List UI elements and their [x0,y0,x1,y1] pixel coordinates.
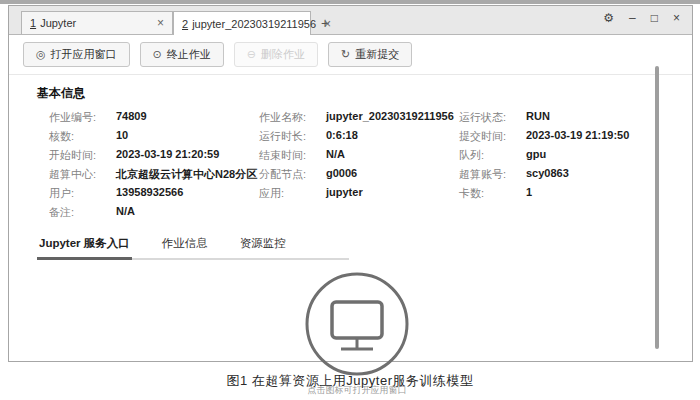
info-field: 核数: 10 [49,129,259,148]
open-app-window-icon: ◎ [36,49,46,60]
detail-tabs: Jupyter 服务入口作业信息资源监控 [37,232,349,260]
field-label: 作业编号: [49,110,116,129]
button-label: 终止作业 [167,47,211,62]
field-value: jupyter [326,186,363,205]
field-value: 2023-03-19 21:20:59 [116,148,219,167]
close-window-button[interactable]: × [673,12,680,24]
screenshot-stage: 1Jupyter × 2jupyter_20230319211956 × + ⚙… [0,0,700,400]
maximize-button[interactable]: □ [651,12,658,24]
info-field: 作业编号: 74809 [49,110,259,129]
field-value: N/A [326,148,345,167]
button-label: 重新提交 [355,47,399,62]
window-titlebar: 1Jupyter × 2jupyter_20230319211956 × + ⚙… [9,6,692,35]
field-label: 开始时间: [49,148,116,167]
settings-button[interactable]: ⚙ [603,12,614,24]
close-tab-icon[interactable]: × [157,16,164,30]
tab-jupyter-job[interactable]: 2jupyter_20230319211956 × [173,11,311,35]
figure-caption: 图1 在超算资源上用Jupyter服务训练模型 [0,372,700,390]
field-value: g0006 [326,167,357,186]
info-field: 用户: 13958932566 [49,186,259,205]
field-value: 13958932566 [116,186,183,205]
tab-title: 2jupyter_20230319211956 [182,18,316,30]
app-window: 1Jupyter × 2jupyter_20230319211956 × + ⚙… [8,5,693,362]
field-value: jupyter_20230319211956 [326,110,454,129]
delete-job-button[interactable]: ⊖ 删除作业 [234,42,318,67]
stop-job-button[interactable]: ⊙ 终止作业 [140,42,224,67]
field-label: 超算账号: [459,167,526,186]
field-label: 作业名称: [259,110,326,129]
resubmit-icon: ↻ [341,49,350,60]
button-label: 打开应用窗口 [51,47,117,62]
field-label: 分配节点: [259,167,326,186]
field-label: 运行时长: [259,129,326,148]
field-label: 队列: [459,148,526,167]
open-app-window-button[interactable]: ◎ 打开应用窗口 [23,42,130,67]
field-value: 0:6:18 [326,129,358,148]
info-field: 应用: jupyter [259,186,459,205]
field-value: gpu [526,148,546,167]
field-value: 74809 [116,110,147,129]
field-value: 1 [526,186,532,205]
field-label: 超算中心: [49,167,116,186]
detail-tab[interactable]: Jupyter 服务入口 [37,232,132,260]
info-field: 分配节点: g0006 [259,167,459,186]
field-label: 运行状态: [459,110,526,129]
field-label: 核数: [49,129,116,148]
job-toolbar: ◎ 打开应用窗口 ⊙ 终止作业 ⊖ 删除作业 ↻ 重新提交 [9,35,692,74]
resubmit-button[interactable]: ↻ 重新提交 [328,42,412,67]
field-label: 提交时间: [459,129,526,148]
info-grid: 作业编号: 74809 作业名称: jupyter_20230319211956… [49,110,692,224]
field-value: 10 [116,129,128,148]
detail-tab[interactable]: 资源监控 [238,232,288,258]
field-value: scy0863 [526,167,569,186]
detail-tab[interactable]: 作业信息 [160,232,210,258]
tab-jupyter[interactable]: 1Jupyter × [21,11,173,34]
info-field: 运行时长: 0:6:18 [259,129,459,148]
delete-job-icon: ⊖ [247,49,256,60]
job-detail-content: 基本信息 作业编号: 74809 作业名称: jupyter_202303192… [9,75,692,397]
field-label: 结束时间: [259,148,326,167]
tab-label: jupyter_20230319211956 [192,18,316,30]
field-label: 用户: [49,186,116,205]
scrollbar-thumb[interactable] [655,66,659,349]
info-field: 作业名称: jupyter_20230319211956 [259,110,459,129]
tab-title: 1Jupyter [30,17,76,29]
basic-info-title: 基本信息 [37,85,692,102]
stop-job-icon: ⊙ [153,49,162,60]
info-field: 备注: N/A [49,205,259,224]
field-label: 应用: [259,186,326,205]
minimize-button[interactable]: – [629,12,636,24]
close-tab-icon[interactable]: × [324,17,331,31]
info-field: 开始时间: 2023-03-19 21:20:59 [49,148,259,167]
field-value: N/A [116,205,135,224]
field-value: 北京超级云计算中心N28分区 [116,167,257,186]
field-label: 卡数: [459,186,526,205]
tab-number: 2 [182,18,188,30]
tab-label: Jupyter [40,17,76,29]
window-top-edge [0,0,700,4]
field-value: 2023-03-19 21:19:50 [526,129,629,148]
tab-number: 1 [30,17,36,29]
button-label: 删除作业 [261,47,305,62]
monitor-in-circle-icon[interactable] [303,270,411,378]
window-controls: ⚙–□× [603,12,680,24]
field-label: 备注: [49,205,116,224]
info-field: 结束时间: N/A [259,148,459,167]
field-value: RUN [526,110,550,129]
info-field: 超算中心: 北京超级云计算中心N28分区 [49,167,259,186]
